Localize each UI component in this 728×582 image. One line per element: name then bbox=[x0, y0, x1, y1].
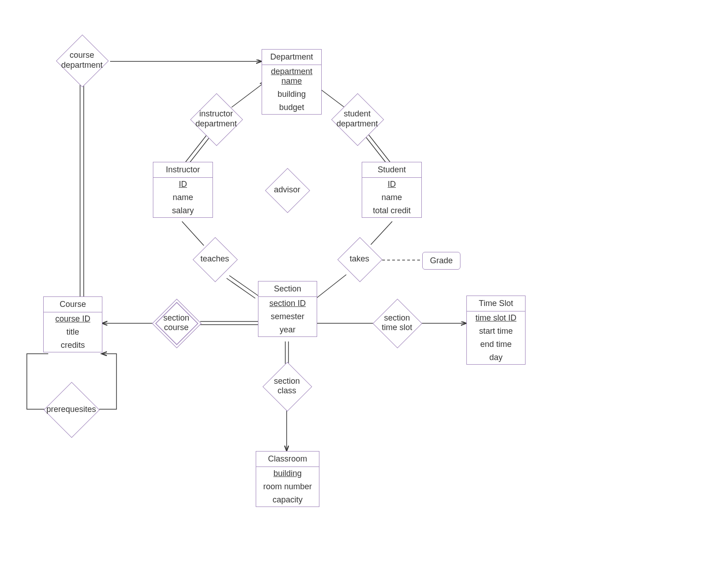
entity-attr-key: section ID bbox=[258, 297, 317, 310]
svg-line-7 bbox=[369, 135, 390, 162]
entity-title: Course bbox=[44, 297, 102, 312]
attr-label: Grade bbox=[430, 256, 453, 265]
svg-line-10 bbox=[229, 276, 258, 296]
entity-attr: year bbox=[258, 323, 317, 336]
entity-department: Department department name building budg… bbox=[262, 49, 322, 115]
rel-label: coursedepartment bbox=[61, 50, 102, 70]
rel-label: sectionclass bbox=[274, 376, 300, 396]
entity-attr: name bbox=[153, 191, 212, 204]
rel-takes: takes bbox=[344, 244, 375, 275]
rel-label: teaches bbox=[200, 254, 229, 264]
rel-instructor-department: instructordepartment bbox=[198, 101, 234, 137]
entity-instructor: Instructor ID name salary bbox=[153, 162, 213, 218]
entity-attr: start time bbox=[467, 325, 525, 338]
rel-teaches: teaches bbox=[199, 244, 230, 275]
entity-attr: end time bbox=[467, 338, 525, 351]
svg-line-9 bbox=[182, 221, 204, 246]
entity-attr: capacity bbox=[256, 493, 319, 507]
attr-grade: Grade bbox=[422, 252, 460, 270]
svg-line-13 bbox=[316, 275, 346, 298]
svg-line-12 bbox=[371, 221, 392, 245]
entity-title: Department bbox=[262, 50, 321, 65]
rel-label: studentdepartment bbox=[336, 109, 378, 129]
entity-attr-key: ID bbox=[362, 178, 421, 191]
svg-line-11 bbox=[227, 278, 255, 298]
entity-course: Course course ID title credits bbox=[43, 296, 102, 352]
svg-line-4 bbox=[186, 135, 207, 162]
entity-attr-key: time slot ID bbox=[467, 311, 525, 325]
rel-student-department: studentdepartment bbox=[339, 101, 375, 137]
rel-section-timeslot: sectiontime slot bbox=[380, 306, 414, 340]
rel-label: advisor bbox=[274, 185, 300, 195]
entity-title: Section bbox=[258, 281, 317, 297]
entity-attr: day bbox=[467, 351, 525, 364]
entity-attr-key: building bbox=[256, 467, 319, 480]
connector-lines bbox=[0, 0, 728, 582]
entity-attr-key: course ID bbox=[44, 312, 102, 326]
entity-attr: name bbox=[362, 191, 421, 204]
entity-attr-key: ID bbox=[153, 178, 212, 191]
svg-line-5 bbox=[189, 136, 210, 164]
rel-prerequisites: prerequesites bbox=[52, 390, 91, 429]
svg-line-3 bbox=[232, 82, 265, 107]
entity-title: Time Slot bbox=[467, 296, 525, 311]
svg-line-8 bbox=[365, 136, 387, 164]
rel-section-course: sectioncourse bbox=[159, 306, 193, 340]
entity-title: Classroom bbox=[256, 452, 319, 467]
entity-classroom: Classroom building room number capacity bbox=[256, 451, 319, 507]
entity-attr: building bbox=[262, 88, 321, 101]
rel-label: sectioncourse bbox=[163, 313, 189, 333]
entity-attr: semester bbox=[258, 310, 317, 323]
rel-section-class: sectionclass bbox=[270, 369, 304, 403]
rel-label: prerequesites bbox=[46, 405, 96, 415]
rel-advisor: advisor bbox=[272, 175, 303, 206]
entity-title: Student bbox=[362, 162, 421, 178]
er-diagram: Department department name building budg… bbox=[0, 0, 728, 582]
rel-label: takes bbox=[349, 254, 369, 264]
entity-title: Instructor bbox=[153, 162, 212, 178]
rel-course-department: coursedepartment bbox=[64, 42, 100, 79]
entity-attr: title bbox=[44, 326, 102, 339]
entity-student: Student ID name total credit bbox=[362, 162, 422, 218]
entity-attr: salary bbox=[153, 204, 212, 217]
entity-attr-key: department name bbox=[262, 65, 321, 88]
entity-attr: room number bbox=[256, 480, 319, 493]
entity-timeslot: Time Slot time slot ID start time end ti… bbox=[466, 296, 526, 365]
rel-label: instructordepartment bbox=[195, 109, 237, 129]
entity-section: Section section ID semester year bbox=[258, 281, 317, 337]
entity-attr: total credit bbox=[362, 204, 421, 217]
entity-attr: credits bbox=[44, 339, 102, 352]
entity-attr: budget bbox=[262, 101, 321, 114]
rel-label: sectiontime slot bbox=[382, 313, 412, 333]
